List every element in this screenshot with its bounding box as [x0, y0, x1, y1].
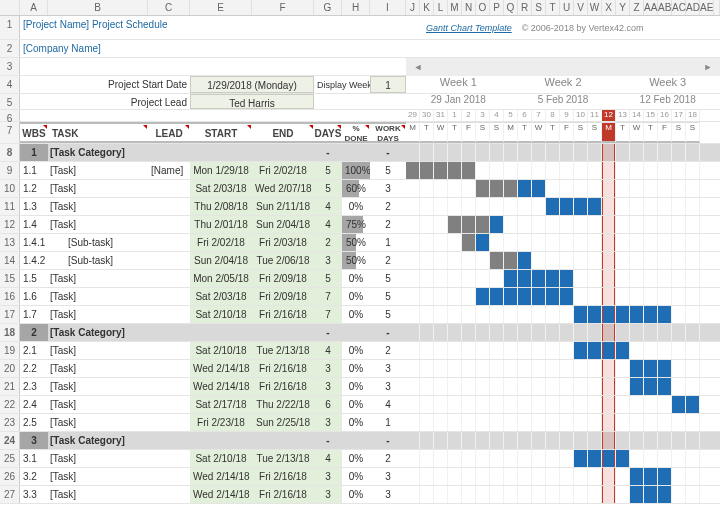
end-cell[interactable]: [252, 432, 314, 449]
lead-cell[interactable]: [148, 486, 190, 503]
pct-cell[interactable]: 0%: [342, 468, 370, 485]
row-number[interactable]: 25: [0, 450, 20, 467]
workdays-cell[interactable]: 3: [370, 180, 406, 197]
end-cell[interactable]: Sun 2/04/18: [252, 216, 314, 233]
end-cell[interactable]: Fri 2/09/18: [252, 270, 314, 287]
wbs-cell[interactable]: 2.1: [20, 342, 48, 359]
task-cell[interactable]: [Task]: [48, 162, 148, 179]
lead-cell[interactable]: [148, 324, 190, 341]
workdays-cell[interactable]: 5: [370, 288, 406, 305]
table-row[interactable]: 253.1[Task]Sat 2/10/18Tue 2/13/1840%2: [0, 450, 720, 468]
days-cell[interactable]: 3: [314, 360, 342, 377]
task-cell[interactable]: [Task]: [48, 342, 148, 359]
task-cell[interactable]: [Task]: [48, 378, 148, 395]
row-number[interactable]: 18: [0, 324, 20, 341]
lead-cell[interactable]: [148, 378, 190, 395]
wbs-cell[interactable]: 2.4: [20, 396, 48, 413]
end-cell[interactable]: Fri 2/02/18: [252, 162, 314, 179]
lead-cell[interactable]: [148, 342, 190, 359]
workdays-cell[interactable]: 3: [370, 360, 406, 377]
row-number[interactable]: 9: [0, 162, 20, 179]
scroll-left-button[interactable]: ◄: [412, 61, 424, 73]
header-wbs[interactable]: WBS: [20, 122, 48, 143]
display-week-input[interactable]: 1: [370, 76, 406, 93]
lead-cell[interactable]: [148, 468, 190, 485]
workdays-cell[interactable]: 4: [370, 396, 406, 413]
table-row[interactable]: 243[Task Category]--: [0, 432, 720, 450]
start-cell[interactable]: Mon 2/05/18: [190, 270, 252, 287]
workdays-cell[interactable]: -: [370, 144, 406, 161]
row-number[interactable]: 17: [0, 306, 20, 323]
end-cell[interactable]: Fri 2/16/18: [252, 378, 314, 395]
end-cell[interactable]: Tue 2/13/18: [252, 342, 314, 359]
lead-cell[interactable]: [148, 252, 190, 269]
workdays-cell[interactable]: 5: [370, 270, 406, 287]
lead-cell[interactable]: [148, 414, 190, 431]
start-cell[interactable]: Sat 2/17/18: [190, 396, 252, 413]
row-number[interactable]: 6: [0, 110, 20, 121]
project-start-input[interactable]: 1/29/2018 (Monday): [190, 76, 314, 93]
task-cell[interactable]: [Sub-task]: [48, 234, 148, 251]
table-row[interactable]: 263.2[Task]Wed 2/14/18Fri 2/16/1830%3: [0, 468, 720, 486]
end-cell[interactable]: Thu 2/22/18: [252, 396, 314, 413]
pct-cell[interactable]: [342, 144, 370, 161]
lead-cell[interactable]: [148, 306, 190, 323]
pct-cell[interactable]: 0%: [342, 450, 370, 467]
row-number[interactable]: 11: [0, 198, 20, 215]
task-cell[interactable]: [Sub-task]: [48, 252, 148, 269]
row-number[interactable]: 20: [0, 360, 20, 377]
table-row[interactable]: 131.4.1[Sub-task]Fri 2/02/18Fri 2/03/182…: [0, 234, 720, 252]
task-cell[interactable]: [Task]: [48, 288, 148, 305]
wbs-cell[interactable]: 1.7: [20, 306, 48, 323]
workdays-cell[interactable]: 3: [370, 468, 406, 485]
start-cell[interactable]: Wed 2/14/18: [190, 486, 252, 503]
start-cell[interactable]: Sun 2/04/18: [190, 252, 252, 269]
row-number[interactable]: 14: [0, 252, 20, 269]
workdays-cell[interactable]: 2: [370, 342, 406, 359]
workdays-cell[interactable]: 2: [370, 198, 406, 215]
wbs-cell[interactable]: 3.3: [20, 486, 48, 503]
lead-cell[interactable]: [148, 270, 190, 287]
row-number[interactable]: 16: [0, 288, 20, 305]
table-row[interactable]: 161.6[Task]Sat 2/03/18Fri 2/09/1870%5: [0, 288, 720, 306]
wbs-cell[interactable]: 1.6: [20, 288, 48, 305]
workdays-cell[interactable]: 2: [370, 252, 406, 269]
pct-cell[interactable]: 75%: [342, 216, 370, 233]
workdays-cell[interactable]: 3: [370, 378, 406, 395]
task-cell[interactable]: [Task]: [48, 306, 148, 323]
days-cell[interactable]: 2: [314, 234, 342, 251]
table-row[interactable]: 111.3[Task]Thu 2/08/18Sun 2/11/1840%2: [0, 198, 720, 216]
lead-cell[interactable]: [148, 288, 190, 305]
lead-cell[interactable]: [148, 432, 190, 449]
table-row[interactable]: 212.3[Task]Wed 2/14/18Fri 2/16/1830%3: [0, 378, 720, 396]
pct-cell[interactable]: 100%: [342, 162, 370, 179]
days-cell[interactable]: 3: [314, 486, 342, 503]
row-number[interactable]: 7: [0, 122, 20, 143]
start-cell[interactable]: Wed 2/14/18: [190, 360, 252, 377]
row-number[interactable]: 19: [0, 342, 20, 359]
wbs-cell[interactable]: 3.1: [20, 450, 48, 467]
table-row[interactable]: 171.7[Task]Sat 2/10/18Fri 2/16/1870%5: [0, 306, 720, 324]
pct-cell[interactable]: 0%: [342, 396, 370, 413]
days-cell[interactable]: 3: [314, 252, 342, 269]
task-cell[interactable]: [Task]: [48, 450, 148, 467]
end-cell[interactable]: Fri 2/03/18: [252, 234, 314, 251]
end-cell[interactable]: Wed 2/07/18: [252, 180, 314, 197]
pct-cell[interactable]: 0%: [342, 378, 370, 395]
header-lead[interactable]: LEAD: [148, 122, 190, 143]
header-workdays[interactable]: WORK DAYS: [370, 122, 406, 143]
wbs-cell[interactable]: 1.2: [20, 180, 48, 197]
days-cell[interactable]: 3: [314, 468, 342, 485]
template-link[interactable]: Gantt Chart Template: [426, 23, 512, 33]
workdays-cell[interactable]: -: [370, 432, 406, 449]
pct-cell[interactable]: 50%: [342, 234, 370, 251]
table-row[interactable]: 151.5[Task]Mon 2/05/18Fri 2/09/1850%5: [0, 270, 720, 288]
lead-cell[interactable]: [148, 396, 190, 413]
row-number[interactable]: 26: [0, 468, 20, 485]
row-number[interactable]: 8: [0, 144, 20, 161]
table-row[interactable]: 273.3[Task]Wed 2/14/18Fri 2/16/1830%3: [0, 486, 720, 504]
wbs-cell[interactable]: 2: [20, 324, 48, 341]
table-row[interactable]: 222.4[Task]Sat 2/17/18Thu 2/22/1860%4: [0, 396, 720, 414]
wbs-cell[interactable]: 2.5: [20, 414, 48, 431]
start-cell[interactable]: Sat 2/03/18: [190, 180, 252, 197]
